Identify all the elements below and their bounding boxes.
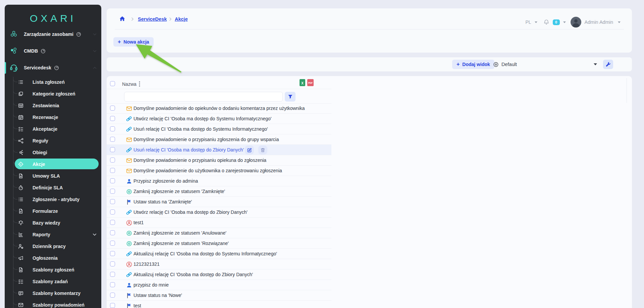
chevron-down-icon[interactable]	[535, 21, 537, 23]
sidebar-item-bazy-wiedzy[interactable]: Bazy wiedzy	[5, 218, 101, 228]
sidebar-item-rezerwacje[interactable]: Rezerwacje	[5, 113, 101, 122]
sidebar-item-umowy-sla[interactable]: Umowy SLA	[5, 171, 101, 181]
row-checkbox[interactable]	[110, 272, 115, 277]
sidebar-item-kategorie-zgloszen[interactable]: Kategorie zgłoszeń	[5, 89, 101, 99]
table-row[interactable]: Domyślne powiadomienie o przypisaniu opi…	[107, 155, 331, 166]
table-row[interactable]: Zamknij zgłoszenie ze statusem 'Rozwiąza…	[107, 238, 331, 249]
table-row[interactable]: Aktualizuj relację CI 'Osoba ma dostęp d…	[107, 269, 331, 280]
sidebar-item-lista-zgloszen[interactable]: Lista zgłoszeń	[5, 77, 101, 87]
table-row[interactable]: test1	[107, 218, 331, 228]
table-row[interactable]: Zamknij zgłoszenie ze statusem 'Zamknięt…	[107, 186, 331, 197]
breadcrumb-akcje-link[interactable]: Akcje	[175, 16, 188, 22]
nazwa-filter-input[interactable]	[124, 92, 283, 102]
table-row[interactable]: Aktualizuj relację CI 'Osoba ma dostęp d…	[107, 249, 331, 259]
row-checkbox[interactable]	[110, 168, 115, 173]
table-row[interactable]: Domyślne powiadomienie do opiekunów o do…	[107, 103, 331, 114]
sidebar-item-zgloszenie-atrybuty[interactable]: Zgłoszenie - atrybuty	[5, 195, 101, 204]
sidebar-item-obiegi[interactable]: Obiegi	[5, 148, 101, 157]
sidebar-item-definicje-sla[interactable]: Definicje SLA	[5, 183, 101, 192]
breadcrumb-chevron-icon	[131, 17, 134, 21]
row-checkbox[interactable]	[110, 261, 115, 266]
row-checkbox[interactable]	[110, 126, 115, 131]
settings-wrench-button[interactable]	[603, 60, 613, 69]
export-pdf-icon[interactable]: PDF	[307, 79, 314, 86]
chevron-down-icon[interactable]	[618, 21, 621, 23]
trash-icon	[260, 147, 265, 152]
row-checkbox[interactable]	[110, 230, 115, 235]
table-row[interactable]: 1212321321	[107, 259, 331, 269]
user-icon	[126, 178, 132, 184]
home-icon[interactable]	[119, 16, 125, 22]
row-checkbox[interactable]	[110, 106, 115, 111]
bell-icon[interactable]	[543, 19, 549, 25]
sidebar-item-szablony-zadan[interactable]: Szablony zadań	[5, 277, 101, 286]
sidebar-item-servicedesk[interactable]: Servicedesk	[5, 62, 101, 74]
filter-button[interactable]	[285, 92, 296, 102]
delete-action-button[interactable]	[258, 145, 267, 155]
row-checkbox[interactable]	[110, 147, 115, 152]
sidebar-item-zestawienia[interactable]: Zestawienia	[5, 101, 101, 110]
table-row[interactable]: przypisz do mnie	[107, 280, 331, 290]
chevron-down-icon[interactable]	[563, 21, 566, 23]
sidebar-item-ogloszenia[interactable]: Ogłoszenia	[5, 253, 101, 263]
table-row[interactable]: Ustaw status na 'Nowe'	[107, 290, 331, 301]
link-icon	[126, 116, 132, 122]
sidebar-item-label: Servicedesk	[24, 65, 51, 70]
edit-action-button[interactable]	[245, 145, 254, 155]
sidebar-item-reguly[interactable]: Reguły	[5, 136, 101, 145]
sidebar-item-formularze[interactable]: Formularze	[5, 206, 101, 216]
kebab-menu-icon[interactable]	[139, 81, 140, 87]
sidebar-item-akcje[interactable]: Akcje	[5, 160, 101, 169]
sidebar-item-akceptacje[interactable]: Akceptacje	[5, 124, 101, 134]
breadcrumb-servicedesk-link[interactable]: ServiceDesk	[138, 16, 167, 22]
table-row[interactable]: Domyślne powiadomienie do użytkownika o …	[107, 166, 331, 176]
user-name[interactable]: Admin Admin	[585, 19, 613, 25]
view-icon	[493, 62, 499, 67]
row-checkbox[interactable]	[110, 116, 115, 121]
table-row[interactable]: Usuń relację CI 'Osoba ma dostęp do Syst…	[107, 124, 331, 134]
export-excel-icon[interactable]: X	[300, 79, 305, 86]
row-checkbox[interactable]	[110, 293, 115, 298]
row-checkbox[interactable]	[110, 303, 115, 308]
row-checkbox[interactable]	[110, 209, 115, 214]
table-row[interactable]: Ustaw status na 'Zamknięte'	[107, 197, 331, 207]
row-checkbox[interactable]	[110, 241, 115, 246]
view-selector[interactable]: Default	[493, 60, 517, 69]
chevron-down-icon[interactable]	[594, 63, 597, 65]
row-checkbox[interactable]	[110, 282, 115, 287]
sidebar-item-raporty[interactable]: Raporty	[5, 230, 101, 239]
sidebar-item-cmdb[interactable]: CMDB	[5, 45, 101, 57]
user-icon	[126, 282, 132, 288]
sidebar-item-dziennik-pracy[interactable]: Dziennik pracy	[5, 242, 101, 251]
table-row[interactable]: test	[107, 301, 331, 308]
cmdb-hexagons-icon	[9, 47, 18, 55]
table-row[interactable]: Zamknij zgłoszenie ze statusem 'Anulowan…	[107, 228, 331, 238]
row-checkbox[interactable]	[110, 158, 115, 163]
link-icon	[126, 126, 132, 132]
sidebar-item-szablony-komentarzy[interactable]: Szablony komentarzy	[5, 289, 101, 298]
add-view-button[interactable]: + Dodaj widok	[452, 60, 494, 69]
table-row[interactable]: Utwórz relację CI 'Osoba ma dostęp do Sy…	[107, 114, 331, 124]
select-all-checkbox[interactable]	[110, 81, 115, 86]
row-checkbox[interactable]	[110, 199, 115, 204]
table-row[interactable]: Przypisz zgłoszenie do admina	[107, 176, 331, 186]
row-checkbox[interactable]	[110, 137, 115, 142]
avatar[interactable]	[571, 17, 581, 27]
hexagons-icon	[9, 30, 18, 38]
table-row[interactable]: Domyślne powiadomienie o przypisaniu zgł…	[107, 134, 331, 145]
new-action-button[interactable]: + Nowa akcja	[113, 37, 154, 47]
row-checkbox[interactable]	[110, 178, 115, 183]
flow-icon	[18, 149, 24, 156]
mail-icon	[126, 105, 132, 112]
row-checkbox[interactable]	[110, 251, 115, 256]
language-selector[interactable]: PL	[525, 19, 531, 25]
sidebar-item-zarzadzanie-zasobami[interactable]: Zarządzanie zasobami	[5, 28, 101, 40]
row-checkbox[interactable]	[110, 189, 115, 194]
table-row[interactable]: Utwórz relację CI 'Osoba ma dostęp do Zb…	[107, 207, 331, 218]
row-checkbox[interactable]	[110, 220, 115, 225]
sidebar-item-szablony-powiadomien[interactable]: Szablony powiadomień	[5, 300, 101, 308]
table-row-selected[interactable]: Usuń relację CI 'Osoba ma dostęp do Zbio…	[107, 145, 331, 155]
sidebar-item-szablony-zgloszen[interactable]: Szablony zgłoszeń	[5, 265, 101, 274]
copy-icon	[18, 91, 24, 97]
notification-badge[interactable]: 0	[553, 19, 560, 25]
